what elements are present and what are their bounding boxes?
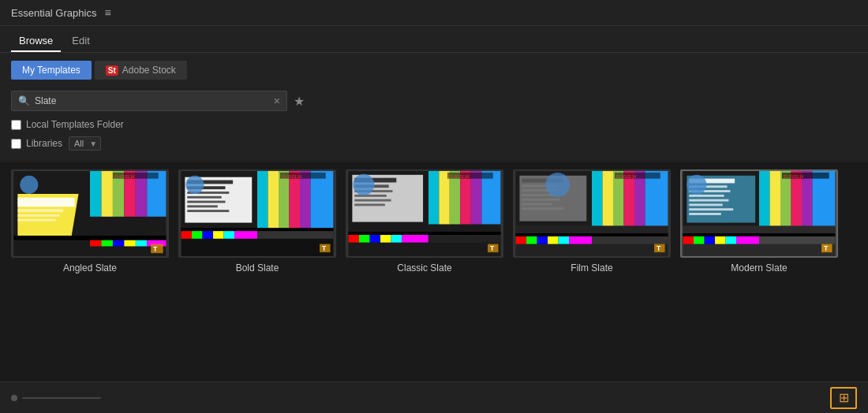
svg-rect-115 [791,171,803,225]
svg-text:01:00:01:14: 01:00:01:14 [616,175,637,179]
libraries-dropdown-wrapper: All ▼ [69,136,101,151]
svg-rect-116 [802,171,813,225]
svg-rect-126 [689,208,733,210]
svg-rect-131 [705,236,716,244]
list-item[interactable]: T 01:00:01:14 Angled Slate [11,169,169,273]
svg-rect-117 [813,171,836,225]
libraries-dropdown[interactable]: All [69,136,101,151]
svg-rect-39 [187,205,218,207]
tabs-row: Browse Edit [0,26,868,53]
local-templates-row: Local Templates Folder [11,119,857,130]
svg-rect-74 [391,235,402,243]
svg-rect-72 [370,235,381,243]
scroll-track [11,395,101,401]
svg-rect-66 [354,195,387,197]
svg-rect-14 [90,240,101,247]
svg-rect-29 [290,171,301,228]
template-name: Angled Slate [63,262,117,273]
svg-rect-13 [14,236,166,240]
svg-rect-125 [689,203,722,206]
svg-rect-104 [569,236,592,244]
scroll-indicator [11,395,17,401]
list-item[interactable]: T 01:00:01:14 Modern Slate [680,169,838,273]
template-thumbnail: T 01:00:01:14 [346,169,503,258]
source-row: My Templates St Adobe Stock [0,53,868,87]
svg-rect-47 [234,231,257,239]
svg-text:T: T [824,244,829,252]
templates-grid: T 01:00:01:14 Angled Slate [0,162,868,281]
svg-rect-44 [203,231,214,239]
svg-rect-127 [689,213,721,215]
new-layer-button[interactable]: ⊞ [830,387,857,409]
libraries-checkbox[interactable] [11,139,21,149]
svg-rect-102 [548,236,559,244]
svg-rect-27 [268,171,279,228]
svg-rect-9 [17,198,74,207]
svg-rect-87 [634,171,645,225]
svg-rect-69 [349,232,501,235]
svg-rect-85 [613,171,624,225]
svg-rect-26 [257,171,268,228]
svg-rect-101 [537,236,548,244]
svg-rect-68 [354,203,385,206]
svg-rect-132 [715,236,726,244]
svg-rect-100 [526,236,537,244]
search-clear-icon[interactable]: × [274,95,280,107]
svg-rect-30 [300,171,311,228]
svg-rect-75 [402,235,428,243]
svg-text:T: T [657,244,661,252]
svg-rect-94 [522,194,554,196]
svg-rect-17 [124,240,135,247]
svg-text:01:00:01:14: 01:00:01:14 [282,175,302,179]
svg-rect-114 [780,171,791,225]
template-thumbnail: T 01:00:01:14 [178,169,336,258]
svg-text:T: T [490,244,495,252]
svg-point-22 [20,176,38,194]
svg-rect-73 [380,235,391,243]
svg-rect-18 [136,240,147,247]
svg-rect-123 [689,195,724,197]
tab-edit[interactable]: Edit [64,31,97,52]
new-layer-icon: ⊞ [839,390,849,405]
svg-rect-15 [101,240,112,247]
scroll-bar[interactable] [22,397,101,399]
list-item[interactable]: T 01:00:01:14 Bold Slate [178,169,336,273]
svg-rect-135 [759,236,835,244]
tab-browse[interactable]: Browse [11,31,61,52]
svg-rect-28 [279,171,290,228]
svg-rect-56 [439,171,450,225]
svg-rect-38 [187,201,225,203]
svg-rect-133 [726,236,737,244]
svg-rect-10 [17,209,63,212]
svg-rect-60 [481,171,500,225]
svg-rect-67 [354,199,391,202]
svg-point-51 [185,176,204,194]
svg-rect-96 [522,203,552,206]
svg-rect-84 [603,171,614,225]
svg-text:T: T [153,245,158,253]
bottom-bar: ⊞ [0,381,868,413]
search-input[interactable] [35,95,274,106]
svg-point-79 [353,174,374,195]
svg-rect-103 [559,236,570,244]
svg-rect-2 [101,171,112,217]
my-templates-button[interactable]: My Templates [11,61,92,80]
list-item[interactable]: T 01:00:01:14 Film Slate [513,169,671,273]
local-templates-label[interactable]: Local Templates Folder [11,119,124,130]
list-item[interactable]: T 01:00:01:14 Classic Slate [346,169,503,273]
template-name: Film Slate [571,262,612,273]
favorites-star-icon[interactable]: ★ [294,94,305,109]
adobe-stock-button[interactable]: St Adobe Stock [95,61,187,80]
local-templates-checkbox[interactable] [11,120,21,130]
libraries-label[interactable]: Libraries [11,138,62,149]
template-thumbnail: T 01:00:01:14 [11,169,169,258]
svg-rect-99 [516,236,527,244]
svg-rect-11 [17,214,59,217]
menu-icon[interactable]: ≡ [104,6,110,19]
svg-rect-1 [90,171,101,217]
svg-rect-12 [17,219,55,221]
template-name: Bold Slate [236,262,279,273]
svg-rect-98 [516,233,668,236]
svg-rect-86 [624,171,635,225]
svg-rect-41 [181,228,334,231]
